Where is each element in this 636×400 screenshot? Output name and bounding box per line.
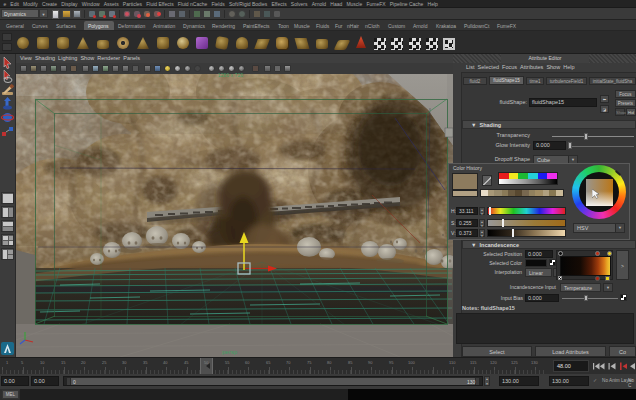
svg-text:persp: persp — [222, 349, 238, 355]
